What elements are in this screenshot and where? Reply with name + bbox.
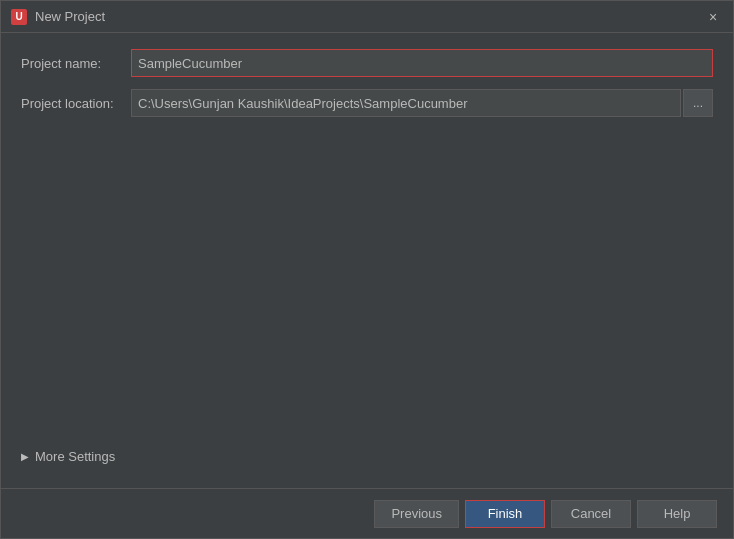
close-button[interactable]: × (703, 7, 723, 27)
app-icon: U (11, 9, 27, 25)
dialog-content: Project name: Project location: ... ▶ Mo… (1, 33, 733, 488)
more-settings-toggle[interactable]: ▶ More Settings (21, 441, 713, 472)
project-location-row: Project location: ... (21, 89, 713, 117)
previous-button[interactable]: Previous (374, 500, 459, 528)
content-spacer (21, 129, 713, 441)
browse-button[interactable]: ... (683, 89, 713, 117)
project-location-input[interactable] (131, 89, 681, 117)
new-project-dialog: U New Project × Project name: Project lo… (0, 0, 734, 539)
cancel-button[interactable]: Cancel (551, 500, 631, 528)
project-name-row: Project name: (21, 49, 713, 77)
finish-button[interactable]: Finish (465, 500, 545, 528)
project-location-label: Project location: (21, 96, 131, 111)
title-bar: U New Project × (1, 1, 733, 33)
project-name-input[interactable] (131, 49, 713, 77)
help-button[interactable]: Help (637, 500, 717, 528)
project-name-label: Project name: (21, 56, 131, 71)
more-settings-arrow-icon: ▶ (21, 451, 29, 462)
dialog-footer: Previous Finish Cancel Help (1, 488, 733, 538)
dialog-title: New Project (35, 9, 703, 24)
more-settings-label: More Settings (35, 449, 115, 464)
